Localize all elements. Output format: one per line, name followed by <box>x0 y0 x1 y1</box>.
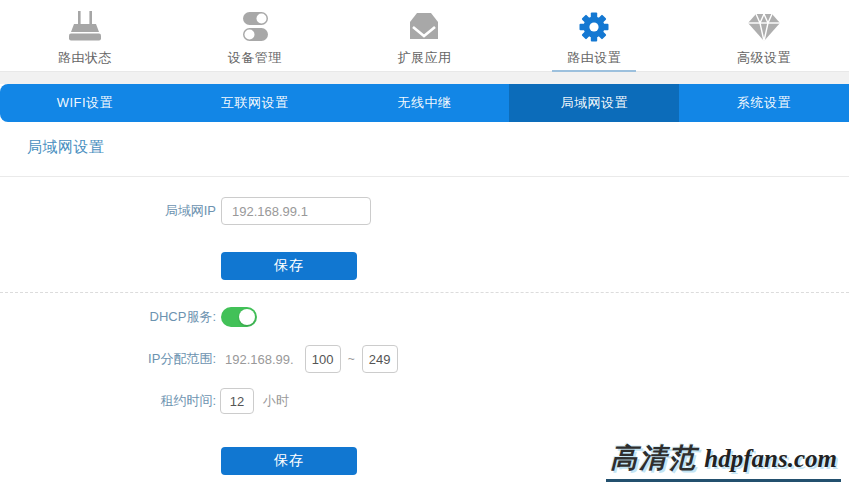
diamond-icon <box>744 9 784 45</box>
router-icon <box>65 9 105 45</box>
tab-router-settings[interactable]: 路由设置 <box>509 0 679 71</box>
ip-range-start-input[interactable] <box>305 345 341 373</box>
toggles-icon <box>235 9 275 45</box>
watermark-cn-text: 高清范 <box>610 440 697 476</box>
dhcp-toggle[interactable] <box>221 307 257 327</box>
lease-time-unit: 小时 <box>263 392 289 410</box>
title-divider <box>0 176 849 177</box>
settings-subnav: WIFI设置 互联网设置 无线中继 局域网设置 系统设置 <box>0 84 849 122</box>
subnav-item-wireless-repeater[interactable]: 无线中继 <box>340 84 510 122</box>
lan-settings-panel: 局域网设置 局域网IP 保存 DHCP服务: IP分配范围: 192.168.9… <box>0 122 849 485</box>
subnav-item-system[interactable]: 系统设置 <box>679 84 849 122</box>
tab-advanced-settings[interactable]: 高级设置 <box>679 0 849 71</box>
lan-ip-input[interactable] <box>221 197 371 225</box>
lan-ip-label: 局域网IP <box>0 202 216 220</box>
watermark: 高清范 hdpfans.com <box>606 440 841 482</box>
lan-ip-row: 局域网IP <box>0 197 371 225</box>
tab-extended-apps[interactable]: 扩展应用 <box>340 0 510 71</box>
watermark-en-text: hdpfans.com <box>704 445 837 473</box>
subnav-item-internet[interactable]: 互联网设置 <box>170 84 340 122</box>
range-separator: ~ <box>348 352 355 366</box>
dhcp-row: DHCP服务: <box>0 306 257 328</box>
lease-time-input[interactable] <box>220 388 254 414</box>
ip-range-label: IP分配范围: <box>0 350 216 368</box>
ip-range-row: IP分配范围: 192.168.99. ~ <box>0 344 398 374</box>
section-divider <box>0 292 849 293</box>
ip-range-prefix: 192.168.99. <box>225 352 294 367</box>
router-admin-page: 路由状态 设备管理 扩展应用 <box>0 0 849 485</box>
dhcp-service-label: DHCP服务: <box>0 308 216 326</box>
tab-label: 扩展应用 <box>397 49 451 67</box>
save-lan-ip-button[interactable]: 保存 <box>221 252 357 280</box>
subnav-item-lan[interactable]: 局域网设置 <box>509 84 679 122</box>
active-tab-underline <box>552 70 636 72</box>
page-title: 局域网设置 <box>27 138 105 157</box>
box-icon <box>404 9 444 45</box>
lease-time-label: 租约时间: <box>0 392 216 410</box>
tab-label: 设备管理 <box>228 49 282 67</box>
lease-time-row: 租约时间: 小时 <box>0 387 289 415</box>
tab-router-status[interactable]: 路由状态 <box>0 0 170 71</box>
save-dhcp-button[interactable]: 保存 <box>221 447 357 475</box>
toggle-knob <box>239 309 255 325</box>
ip-range-end-input[interactable] <box>362 345 398 373</box>
gear-icon <box>574 9 614 45</box>
tab-label: 路由设置 <box>567 49 621 67</box>
tab-label: 高级设置 <box>737 49 791 67</box>
tab-label: 路由状态 <box>58 49 112 67</box>
spacer-strip <box>0 72 849 84</box>
subnav-item-wifi[interactable]: WIFI设置 <box>0 84 170 122</box>
tab-device-management[interactable]: 设备管理 <box>170 0 340 71</box>
top-navigation: 路由状态 设备管理 扩展应用 <box>0 0 849 72</box>
